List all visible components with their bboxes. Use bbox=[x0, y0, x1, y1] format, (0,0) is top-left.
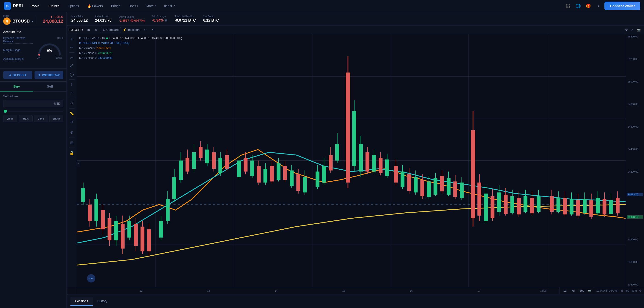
gauge-container: 100% 0% 0% 200% bbox=[36, 36, 63, 59]
chart-settings-icon[interactable]: ⚙ bbox=[624, 27, 628, 32]
mark-label: BTCUSD-MARK · 1h bbox=[79, 36, 105, 41]
volume-currency: USD bbox=[54, 102, 60, 105]
pct-buttons: 25% 50% 75% 100% bbox=[3, 115, 63, 122]
buy-tab[interactable]: Buy bbox=[0, 82, 33, 92]
settings-icon[interactable]: ⚙ bbox=[639, 289, 642, 292]
symbol-dropdown-icon[interactable]: ▾ bbox=[32, 19, 33, 23]
zoom-in-tool[interactable]: ⊕ bbox=[68, 118, 76, 126]
nav-bridge[interactable]: Bridge bbox=[108, 3, 123, 9]
svg-point-0 bbox=[38, 54, 40, 56]
depth-2pct-label: 2% Depth bbox=[203, 15, 219, 18]
mini-indicator[interactable]: 〜 bbox=[87, 274, 95, 283]
price-23800: 23800.00 bbox=[627, 238, 643, 241]
nav-deri-fi[interactable]: deri.fi ↗ bbox=[161, 3, 179, 9]
left-panel: Main ₿ BTCUSD ▾ ▼ -0.34% 24,008.12 Accou… bbox=[0, 12, 67, 308]
withdraw-icon: ⬆ bbox=[38, 73, 41, 77]
symbol-divider bbox=[36, 15, 36, 24]
chart-screenshot-icon[interactable]: 📷 bbox=[636, 27, 641, 32]
range-30d[interactable]: 30d bbox=[578, 289, 586, 293]
auto-btn[interactable]: auto bbox=[632, 289, 637, 292]
withdraw-button[interactable]: ⬆ WITHDRAW bbox=[34, 71, 64, 79]
headset-icon[interactable]: 🎧 bbox=[564, 2, 572, 10]
ma25-label: MA 25 close 0 bbox=[79, 51, 96, 56]
ruler-tool[interactable]: 📏 bbox=[68, 110, 76, 117]
ma25-line: MA 25 close 0 23942.3825 bbox=[79, 51, 182, 56]
pct-25-btn[interactable]: 25% bbox=[3, 115, 17, 122]
circle-tool[interactable]: ◯ bbox=[68, 71, 76, 78]
change-24h-label: 24h Change bbox=[152, 15, 167, 18]
history-tab[interactable]: History bbox=[93, 297, 112, 306]
nav-powers[interactable]: 🔥 Powers bbox=[84, 3, 106, 9]
change-24h-stat: 24h Change -0.34% ⊞ bbox=[152, 15, 167, 22]
nav-pools[interactable]: Pools bbox=[28, 3, 42, 9]
available-margin-metric: Available Margin bbox=[3, 57, 33, 62]
range-7d[interactable]: 7d bbox=[570, 289, 576, 293]
change-24h-value: -0.34% ⊞ bbox=[152, 18, 167, 22]
text-tool[interactable]: T bbox=[68, 81, 76, 88]
pct-100-btn[interactable]: 100% bbox=[49, 115, 63, 122]
price-23600: 23600.00 bbox=[627, 260, 643, 264]
change-price: 24,008.12 bbox=[43, 19, 63, 24]
nav-more[interactable]: More ▾ bbox=[143, 3, 159, 9]
gauge-labels: 0% 200% bbox=[37, 56, 62, 59]
app-logo[interactable]: ▷ DERI bbox=[4, 2, 23, 10]
node-tool[interactable]: ⊞ bbox=[68, 139, 76, 146]
chart-indicators-button[interactable]: ⚡ Indicators bbox=[123, 28, 140, 32]
price-24600: 24600.00 bbox=[627, 125, 643, 128]
expand-tool[interactable]: ⊹ bbox=[68, 89, 76, 97]
deposit-button[interactable]: ⬇ DEPOSIT bbox=[3, 71, 32, 79]
price-23400: 23400.00 bbox=[627, 283, 643, 286]
chart-redo[interactable]: ↪ bbox=[150, 27, 156, 32]
slider-dot[interactable] bbox=[4, 110, 7, 113]
time-label-17: 17 bbox=[477, 289, 480, 292]
chart-info-overlay: BTCUSD-MARK · 1h O24008.13 H24008.13 L24… bbox=[79, 36, 182, 61]
nav-docs[interactable]: Docs ▾ bbox=[126, 3, 141, 9]
connect-wallet-button[interactable]: Connect Wallet bbox=[604, 1, 640, 10]
positions-tab[interactable]: Positions bbox=[70, 297, 93, 306]
index-price-label: Index Price bbox=[95, 15, 112, 18]
time-label-18: 18:00 bbox=[540, 289, 547, 292]
time-label-12: 12 bbox=[140, 289, 142, 292]
index-price-marker: 24013.70 bbox=[627, 193, 643, 196]
nav-futures[interactable]: Futures bbox=[44, 3, 62, 9]
sell-tab[interactable]: Sell bbox=[33, 82, 67, 92]
chart-symbol: BTCUSD bbox=[70, 28, 83, 32]
range-1d[interactable]: 1d bbox=[562, 289, 568, 293]
lock-tool[interactable]: 🔒 bbox=[68, 149, 76, 156]
chart-toolbar-icons: ⚙ ⤢ 📷 bbox=[624, 27, 641, 32]
trade-tabs: Buy Sell bbox=[0, 82, 66, 92]
chart-undo[interactable]: ↩ bbox=[142, 27, 148, 32]
wallet-chevron-icon[interactable]: ▾ bbox=[594, 2, 602, 10]
app-name: DERI bbox=[13, 3, 23, 8]
chart-interval-icon[interactable]: ⚖ bbox=[94, 27, 99, 32]
plus-icon: ⊕ bbox=[103, 28, 106, 31]
volume-input[interactable] bbox=[6, 102, 54, 105]
log-btn[interactable]: log bbox=[626, 289, 629, 292]
screenshot-icon[interactable]: 📷 bbox=[588, 289, 592, 292]
pct-75-btn[interactable]: 75% bbox=[34, 115, 48, 122]
chart-compare-button[interactable]: ⊕ Compare bbox=[101, 27, 120, 32]
magnet-tool[interactable]: ⊗ bbox=[68, 129, 76, 136]
scissors-tool[interactable]: ✂ bbox=[68, 54, 76, 61]
volume-input-row: USD bbox=[3, 100, 63, 107]
mark-info-line: BTCUSD-MARK · 1h O24008.13 H24008.13 L24… bbox=[79, 36, 182, 41]
tool-separator-4 bbox=[69, 108, 74, 109]
globe-icon[interactable]: 🌐 bbox=[574, 2, 582, 10]
crosshair-tool[interactable]: ✛ bbox=[68, 35, 76, 43]
ma25-value: 23942.3825 bbox=[98, 51, 112, 56]
price-25400: 25400.00 bbox=[627, 35, 643, 38]
wallet-icon[interactable]: 🎁 bbox=[584, 2, 592, 10]
pencil-tool[interactable]: ✏ bbox=[68, 44, 76, 51]
smile-tool[interactable]: ☺ bbox=[68, 100, 76, 107]
chart-fullscreen-icon[interactable]: ⤢ bbox=[630, 27, 634, 32]
pen-tool[interactable]: 🖊 bbox=[68, 62, 76, 70]
nav-options[interactable]: Options bbox=[64, 3, 82, 9]
collapse-panel-button[interactable]: ‹ bbox=[77, 161, 80, 166]
slider-track[interactable] bbox=[8, 111, 63, 112]
pct-50-btn[interactable]: 50% bbox=[19, 115, 33, 122]
depth-2pct-value: 6.12 BTC bbox=[203, 18, 219, 22]
ma99-line: MA 99 close 0 24290.8549 bbox=[79, 56, 182, 61]
chart-interval[interactable]: 1h bbox=[85, 27, 92, 32]
percent-icon[interactable]: % bbox=[621, 289, 623, 292]
account-metrics: Dynamic Effective Balance Margin Usage A… bbox=[3, 36, 33, 66]
